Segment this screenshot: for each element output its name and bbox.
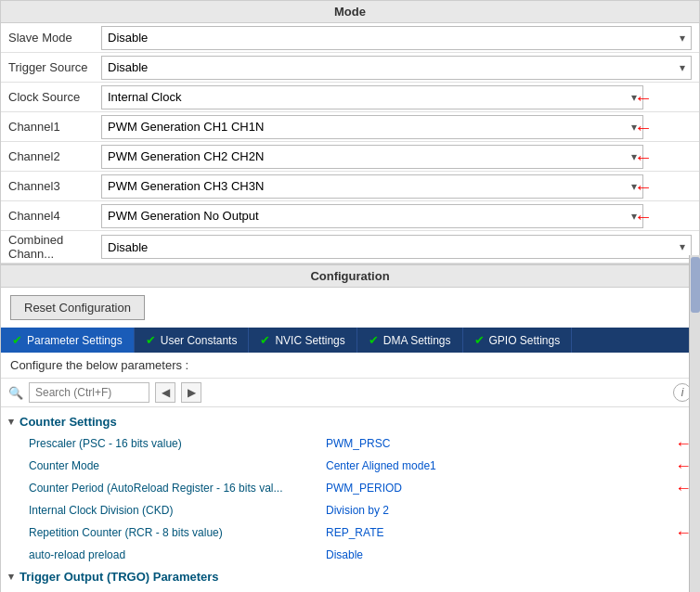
group-name: Trigger Output (TRGO) Parameters — [19, 570, 219, 584]
param-tree: ▾Counter SettingsPrescaler (PSC - 16 bit… — [1, 407, 699, 592]
search-bar: 🔍 ◀ ▶ i — [1, 379, 699, 407]
tab-label: Parameter Settings — [27, 334, 123, 347]
param-value-label: Center Aligned mode1 — [326, 459, 692, 472]
mode-row-0: Slave ModeDisable▾ — [1, 23, 699, 53]
param-value-label: Division by 2 — [326, 504, 692, 517]
mode-label-4: Channel2 — [8, 149, 101, 163]
mode-select-6[interactable]: PWM Generation No Output▾ — [101, 204, 643, 228]
param-row-0-5: auto-reload preloadDisable — [1, 544, 699, 566]
mode-label-0: Slave Mode — [8, 31, 101, 45]
mode-rows-container: Slave ModeDisable▾Trigger SourceDisable▾… — [1, 23, 699, 264]
param-name-label: Counter Mode — [29, 459, 326, 472]
param-row-0-3: Internal Clock Division (CKD)Division by… — [1, 499, 699, 521]
mode-select-1[interactable]: Disable▾ — [101, 56, 692, 80]
group-name: Counter Settings — [19, 415, 117, 429]
tab-nvic-settings[interactable]: ✔NVIC Settings — [249, 328, 356, 353]
mode-row-1: Trigger SourceDisable▾ — [1, 53, 699, 83]
mode-label-1: Trigger Source — [8, 60, 101, 74]
tab-check-icon: ✔ — [474, 333, 485, 347]
mode-select-2[interactable]: Internal Clock▾ — [101, 85, 643, 109]
mode-row-3: Channel1PWM Generation CH1 CH1N▾← — [1, 112, 699, 142]
scrollbar[interactable] — [689, 255, 700, 592]
mode-label-7: Combined Chann... — [8, 233, 101, 261]
mode-select-value-7: Disable — [108, 240, 148, 254]
tab-user-constants[interactable]: ✔User Constants — [135, 328, 250, 353]
mode-row-4: Channel2PWM Generation CH2 CH2N▾← — [1, 142, 699, 172]
mode-select-3[interactable]: PWM Generation CH1 CH1N▾ — [101, 115, 643, 139]
dropdown-arrow-icon: ▾ — [680, 61, 685, 74]
param-value-label: Disable — [326, 548, 692, 561]
param-row-0-1: Counter ModeCenter Aligned mode1← — [1, 455, 699, 477]
tab-check-icon: ✔ — [369, 333, 379, 347]
search-input[interactable] — [29, 382, 149, 403]
group-header-1[interactable]: ▾Trigger Output (TRGO) Parameters — [1, 566, 699, 587]
mode-select-value-4: PWM Generation CH2 CH2N — [108, 149, 264, 163]
dropdown-arrow-icon: ▾ — [631, 210, 637, 223]
param-value-label: PWM_PRSC — [326, 437, 692, 450]
tab-label: GPIO Settings — [489, 334, 561, 347]
mode-select-value-1: Disable — [108, 60, 148, 74]
mode-section: Mode Slave ModeDisable▾Trigger SourceDis… — [0, 0, 700, 264]
group-1: ▾Trigger Output (TRGO) ParametersMaster/… — [1, 566, 699, 592]
tab-check-icon: ✔ — [146, 333, 156, 347]
reset-btn-container: Reset Configuration — [1, 288, 699, 328]
param-row-0-4: Repetition Counter (RCR - 8 bits value)R… — [1, 521, 699, 544]
dropdown-arrow-icon: ▾ — [631, 180, 637, 193]
tab-label: DMA Settings — [383, 334, 451, 347]
mode-select-value-6: PWM Generation No Output — [108, 209, 259, 223]
mode-select-value-0: Disable — [108, 31, 148, 45]
reset-configuration-button[interactable]: Reset Configuration — [10, 295, 145, 320]
mode-row-5: Channel3PWM Generation CH3 CH3N▾← — [1, 172, 699, 201]
param-name-label: Repetition Counter (RCR - 8 bits value) — [29, 526, 326, 539]
param-value-label: PWM_PERIOD — [326, 482, 692, 495]
param-row-1-0: Master/Slave Mode (MSM bit)Disable (Trig… — [1, 587, 699, 592]
mode-header: Mode — [1, 1, 699, 23]
param-value-label: REP_RATE — [326, 526, 692, 539]
dropdown-arrow-icon: ▾ — [631, 91, 637, 104]
mode-select-0[interactable]: Disable▾ — [101, 26, 692, 50]
mode-select-7[interactable]: Disable▾ — [101, 235, 692, 259]
scrollbar-thumb[interactable] — [691, 257, 700, 313]
app-container: Mode Slave ModeDisable▾Trigger SourceDis… — [0, 0, 700, 592]
tab-check-icon: ✔ — [260, 333, 270, 347]
dropdown-arrow-icon: ▾ — [631, 121, 637, 134]
group-header-0[interactable]: ▾Counter Settings — [1, 411, 699, 432]
param-name-label: Internal Clock Division (CKD) — [29, 504, 326, 517]
dropdown-arrow-icon: ▾ — [680, 32, 685, 45]
tab-dma-settings[interactable]: ✔DMA Settings — [357, 328, 463, 353]
dropdown-arrow-icon: ▾ — [631, 150, 637, 163]
group-0: ▾Counter SettingsPrescaler (PSC - 16 bit… — [1, 411, 699, 566]
dropdown-arrow-icon: ▾ — [680, 240, 685, 253]
tab-check-icon: ✔ — [12, 333, 22, 347]
tab-parameter-settings[interactable]: ✔Parameter Settings — [1, 328, 135, 353]
param-name-label: Prescaler (PSC - 16 bits value) — [29, 437, 326, 450]
mode-label-5: Channel3 — [8, 179, 101, 193]
mode-select-value-2: Internal Clock — [108, 90, 181, 104]
config-description: Configure the below parameters : — [1, 353, 699, 379]
param-name-label: Counter Period (AutoReload Register - 16… — [29, 482, 326, 495]
param-row-0-0: Prescaler (PSC - 16 bits value)PWM_PRSC← — [1, 432, 699, 455]
mode-select-value-5: PWM Generation CH3 CH3N — [108, 179, 264, 193]
config-header: Configuration — [1, 265, 699, 288]
tab-label: NVIC Settings — [275, 334, 344, 347]
mode-select-4[interactable]: PWM Generation CH2 CH2N▾ — [101, 145, 643, 169]
mode-label-2: Clock Source — [8, 90, 101, 104]
mode-label-6: Channel4 — [8, 209, 101, 223]
group-toggle-icon: ▾ — [8, 571, 14, 583]
mode-row-2: Clock SourceInternal Clock▾← — [1, 83, 699, 112]
next-arrow-button[interactable]: ▶ — [181, 382, 201, 403]
mode-row-6: Channel4PWM Generation No Output▾← — [1, 201, 699, 231]
tab-label: User Constants — [161, 334, 238, 347]
mode-row-7: Combined Chann...Disable▾ — [1, 231, 699, 264]
config-section: Configuration Reset Configuration ✔Param… — [0, 264, 700, 592]
group-toggle-icon: ▾ — [8, 416, 14, 428]
tabs-bar: ✔Parameter Settings✔User Constants✔NVIC … — [1, 328, 699, 353]
mode-select-5[interactable]: PWM Generation CH3 CH3N▾ — [101, 174, 643, 199]
prev-arrow-button[interactable]: ◀ — [155, 382, 175, 403]
param-row-0-2: Counter Period (AutoReload Register - 16… — [1, 477, 699, 499]
mode-label-3: Channel1 — [8, 120, 101, 134]
param-name-label: auto-reload preload — [29, 548, 326, 561]
mode-select-value-3: PWM Generation CH1 CH1N — [108, 120, 264, 134]
search-icon: 🔍 — [8, 386, 23, 400]
tab-gpio-settings[interactable]: ✔GPIO Settings — [463, 328, 573, 353]
